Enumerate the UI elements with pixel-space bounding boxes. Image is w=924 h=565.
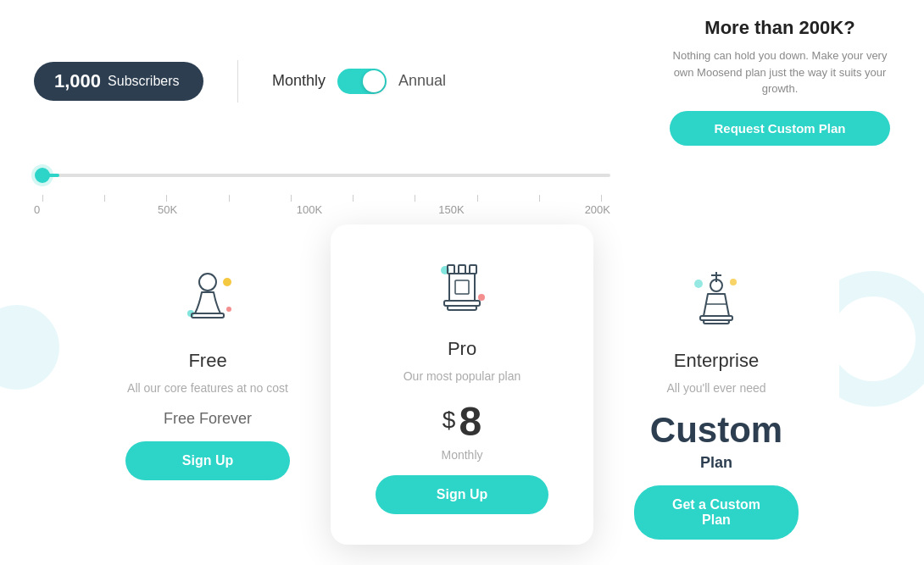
more-than-desc: Nothing can hold you down. Make your ver… bbox=[670, 47, 890, 97]
slider-track-bg bbox=[42, 174, 610, 177]
price-dollar: $ bbox=[443, 407, 456, 434]
more-than-title: More than 200K? bbox=[670, 17, 890, 39]
svg-rect-11 bbox=[449, 274, 475, 301]
svg-rect-4 bbox=[192, 313, 224, 318]
pro-plan-icon bbox=[428, 255, 496, 323]
tick-8 bbox=[539, 195, 540, 202]
free-plan-name: Free bbox=[105, 350, 310, 372]
svg-rect-10 bbox=[470, 265, 476, 274]
free-plan-card: Free All our core features at no cost Fr… bbox=[85, 241, 331, 507]
free-plan-price: Free Forever bbox=[105, 410, 310, 428]
tick-0 bbox=[42, 195, 43, 202]
pro-plan-card: Pro Our most popular plan $ 8 Monthly Si… bbox=[331, 224, 593, 546]
pricing-cards-section: Free All our core features at no cost Fr… bbox=[0, 233, 924, 566]
slider-label-200k: 200K bbox=[576, 203, 610, 216]
custom-plan-box: More than 200K? Nothing can hold you dow… bbox=[670, 17, 890, 146]
free-plan-desc: All our core features at no cost bbox=[105, 380, 310, 397]
svg-point-7 bbox=[478, 294, 485, 301]
pro-plan-price: $ 8 bbox=[354, 398, 570, 445]
enterprise-plan-card: Enterprise All you'll ever need Custom P… bbox=[593, 241, 839, 566]
svg-rect-14 bbox=[448, 306, 476, 310]
tick-7 bbox=[477, 195, 478, 202]
pro-plan-name: Pro bbox=[354, 338, 570, 360]
billing-toggle[interactable] bbox=[337, 69, 387, 94]
svg-rect-22 bbox=[704, 320, 729, 324]
tick-2 bbox=[166, 195, 167, 202]
free-plan-signup-button[interactable]: Sign Up bbox=[125, 441, 290, 480]
slider-labels: 0 50K 100K 150K 200K bbox=[34, 203, 610, 216]
monthly-label: Monthly bbox=[272, 72, 326, 90]
tick-1 bbox=[104, 195, 105, 202]
slider-label-150k: 150K bbox=[435, 203, 469, 216]
pro-plan-desc: Our most popular plan bbox=[354, 368, 570, 385]
svg-rect-12 bbox=[455, 280, 469, 294]
subscriber-count: 1,000 bbox=[54, 70, 101, 92]
free-plan-icon bbox=[174, 267, 242, 335]
svg-point-2 bbox=[226, 307, 231, 312]
slider-thumb[interactable] bbox=[35, 168, 50, 183]
tick-9 bbox=[601, 195, 602, 202]
top-section: 1,000 Subscribers Monthly Annual More th… bbox=[0, 0, 924, 154]
enterprise-plan-desc: All you'll ever need bbox=[614, 380, 819, 397]
slider-section: 0 50K 100K 150K 200K bbox=[0, 154, 644, 233]
slider-ticks bbox=[34, 195, 610, 202]
enterprise-custom-sub: Plan bbox=[614, 454, 819, 472]
tick-5 bbox=[353, 195, 353, 202]
slider-label-50k: 50K bbox=[151, 203, 185, 216]
subscriber-badge: 1,000 Subscribers bbox=[34, 62, 203, 101]
svg-point-15 bbox=[694, 280, 703, 288]
svg-point-0 bbox=[223, 278, 231, 286]
slider-label-0: 0 bbox=[34, 203, 42, 216]
pro-plan-signup-button[interactable]: Sign Up bbox=[376, 475, 548, 514]
tick-6 bbox=[415, 195, 415, 202]
toggle-section: Monthly Annual bbox=[272, 69, 636, 94]
enterprise-custom-price: Custom bbox=[614, 410, 819, 451]
page-wrapper: 1,000 Subscribers Monthly Annual More th… bbox=[0, 0, 924, 565]
price-period: Monthly bbox=[354, 448, 570, 462]
request-custom-plan-button[interactable]: Request Custom Plan bbox=[670, 111, 890, 146]
svg-rect-9 bbox=[459, 265, 465, 274]
enterprise-plan-icon bbox=[682, 267, 750, 335]
slider-label-100k: 100K bbox=[292, 203, 326, 216]
tick-3 bbox=[229, 195, 230, 202]
annual-label: Annual bbox=[398, 72, 446, 90]
top-divider bbox=[237, 60, 238, 102]
tick-4 bbox=[291, 195, 292, 202]
enterprise-plan-button[interactable]: Get a Custom Plan bbox=[634, 485, 799, 540]
enterprise-plan-name: Enterprise bbox=[614, 350, 819, 372]
subscriber-label: Subscribers bbox=[108, 74, 179, 89]
price-value: 8 bbox=[459, 398, 481, 445]
svg-point-3 bbox=[199, 274, 216, 291]
slider-track-wrapper bbox=[34, 163, 610, 188]
toggle-knob bbox=[363, 70, 385, 92]
svg-point-16 bbox=[730, 279, 737, 285]
